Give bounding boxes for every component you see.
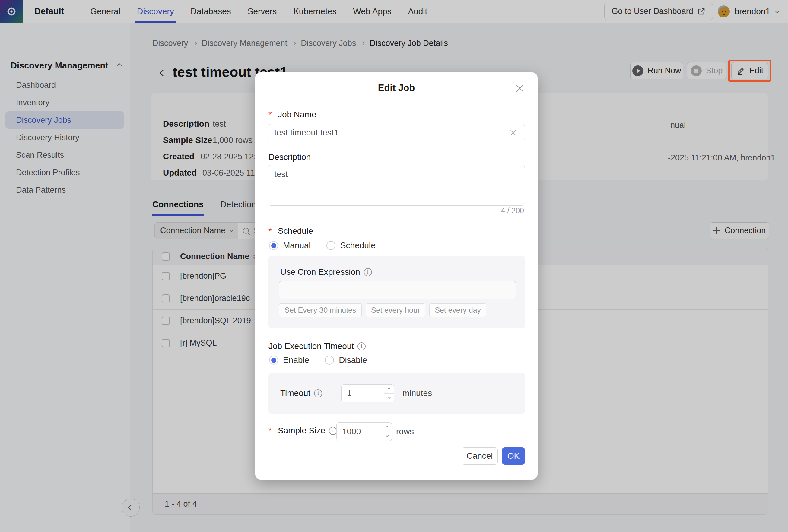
info-icon[interactable]: [364, 268, 372, 276]
radio-schedule[interactable]: Schedule: [327, 241, 376, 250]
radio-disable-label: Disable: [339, 355, 367, 365]
sample-size-label: Sample Size: [269, 426, 337, 435]
description-label: Description: [269, 152, 311, 162]
job-execution-timeout-label-text: Job Execution Timeout: [269, 342, 354, 351]
radio-unselected-icon: [327, 241, 335, 250]
info-icon[interactable]: [329, 427, 337, 435]
stepper-up-icon[interactable]: [382, 423, 392, 432]
cron-preset-buttons: Set Every 30 minutes Set every hour Set …: [279, 303, 486, 317]
job-name-label: Job Name: [269, 110, 316, 119]
stepper-up-icon[interactable]: [384, 385, 394, 393]
radio-enable-label: Enable: [283, 355, 309, 365]
preset-every-hour-button[interactable]: Set every hour: [366, 303, 426, 317]
edit-job-modal: Edit Job Job Name Description test 4 / 2…: [255, 73, 538, 479]
number-stepper: [384, 385, 394, 402]
timeout-radio-group: Enable Disable: [269, 355, 367, 365]
radio-selected-icon: [269, 355, 278, 365]
radio-manual[interactable]: Manual: [269, 241, 311, 250]
job-name-label-text: Job Name: [278, 110, 316, 119]
sample-size-unit-label: rows: [396, 422, 414, 441]
job-name-input[interactable]: [268, 124, 525, 141]
stepper-down-icon[interactable]: [384, 393, 394, 402]
preset-every-30-minutes-button[interactable]: Set Every 30 minutes: [279, 303, 362, 317]
radio-enable[interactable]: Enable: [269, 355, 309, 365]
char-counter: 4 / 200: [501, 206, 524, 215]
close-icon[interactable]: [515, 83, 525, 94]
preset-every-day-button[interactable]: Set every day: [429, 303, 486, 317]
timeout-number-input: [341, 384, 394, 402]
schedule-label-text: Schedule: [278, 226, 313, 236]
radio-schedule-label: Schedule: [340, 241, 376, 250]
app-screen: Default General Discovery Databases Serv…: [0, 0, 788, 532]
radio-manual-label: Manual: [283, 241, 311, 250]
cron-section-panel: Use Cron Expression Set Every 30 minutes…: [269, 256, 525, 328]
timeout-unit-label: minutes: [402, 373, 432, 414]
timeout-section-panel: Timeout minutes: [269, 373, 525, 414]
stepper-down-icon[interactable]: [382, 432, 392, 441]
timeout-value-field[interactable]: [341, 385, 384, 402]
cron-expression-input[interactable]: [279, 281, 516, 299]
timeout-field-label: Timeout: [280, 373, 322, 414]
sample-size-label-text: Sample Size: [278, 426, 325, 435]
number-stepper: [382, 423, 392, 441]
info-icon[interactable]: [357, 342, 366, 350]
description-label-text: Description: [269, 152, 311, 162]
sample-size-value-field[interactable]: [337, 423, 382, 441]
info-icon[interactable]: [314, 389, 322, 397]
cancel-button[interactable]: Cancel: [461, 447, 498, 465]
sample-size-number-input: [336, 422, 392, 441]
radio-unselected-icon: [325, 355, 334, 365]
timeout-label-text: Timeout: [280, 388, 311, 398]
schedule-radio-group: Manual Schedule: [269, 241, 376, 250]
cron-label-text: Use Cron Expression: [280, 267, 360, 277]
description-textarea[interactable]: test: [268, 165, 525, 206]
cron-expression-label: Use Cron Expression: [280, 267, 372, 277]
job-execution-timeout-label: Job Execution Timeout: [269, 342, 366, 351]
schedule-label: Schedule: [269, 226, 313, 236]
modal-title: Edit Job: [255, 83, 538, 94]
radio-disable[interactable]: Disable: [325, 355, 367, 365]
radio-selected-icon: [269, 241, 278, 250]
clear-input-icon[interactable]: [509, 129, 517, 137]
ok-button[interactable]: OK: [502, 447, 525, 465]
